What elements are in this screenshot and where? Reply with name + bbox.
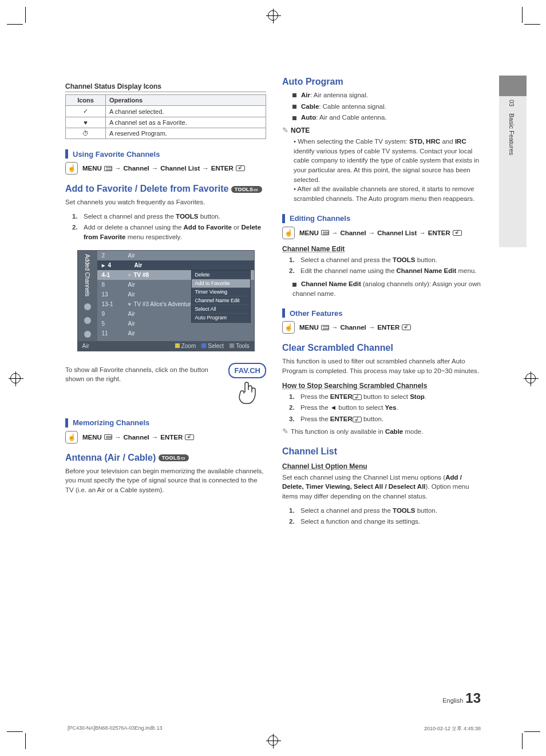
hand-icon: ☝ xyxy=(65,431,78,444)
channel-list-title: Channel List xyxy=(282,446,483,457)
osd-side-label: Added Channels xyxy=(83,251,92,300)
clear-scrambled-title: Clear Scrambled Channel xyxy=(282,343,483,353)
hand-icon: ☝ xyxy=(282,321,295,334)
body-text: This function is used to filter out scra… xyxy=(282,357,483,375)
body-text: Before your television can begin memoriz… xyxy=(65,466,266,495)
right-column: Auto Program Air: Air antenna signal. Ca… xyxy=(282,77,483,529)
pointing-hand-icon xyxy=(235,381,260,408)
menu-icon xyxy=(321,230,329,235)
note-list: When selecting the Cable TV system: STD,… xyxy=(282,137,483,204)
icons-table-header: Icons xyxy=(66,95,106,106)
osd-side-icon xyxy=(84,317,91,324)
cable-note: ✎This function is only available in Cabl… xyxy=(282,426,483,437)
menu-icon xyxy=(104,166,112,171)
hand-icon: ☝ xyxy=(65,162,78,175)
enter-icon xyxy=(185,434,194,440)
clock-icon: ⏱ xyxy=(66,128,106,139)
osd-channel-list: Added Channels 2Air ▸4Air 4-1♥TV #8 8Air… xyxy=(77,250,255,351)
enter-icon xyxy=(453,230,462,236)
channel-name-edit-heading: Channel Name Edit xyxy=(282,245,483,253)
channel-list-option-heading: Channel List Option Menu xyxy=(282,462,483,470)
heart-icon: ♥ xyxy=(128,272,132,278)
enter-icon xyxy=(402,324,411,330)
auto-program-title: Auto Program xyxy=(282,77,483,87)
osd-side-icon xyxy=(84,303,91,310)
favch-text: To show all Favorite channels, click on … xyxy=(65,365,218,384)
icons-table-cell: A channel selected. xyxy=(106,106,266,117)
editing-channels-title: Editing Channels xyxy=(282,214,483,223)
menu-icon xyxy=(321,325,329,330)
osd-submenu: Delete Add to Favorite Timer Viewing Cha… xyxy=(191,270,251,323)
icons-table: Icons Operations ✓ A channel selected. ♥… xyxy=(65,94,266,139)
heart-icon: ♥ xyxy=(66,117,106,128)
menu-path: ☝ MENU →Channel →ENTER xyxy=(65,431,266,444)
hand-icon: ☝ xyxy=(282,227,295,239)
menu-path: ☝ MENU →Channel →Channel List →ENTER xyxy=(282,227,483,239)
print-footer: [PC430-NA]BN68-02576A-03Eng.indb 13 2010… xyxy=(68,725,481,733)
icons-heading: Channel Status Display Icons xyxy=(65,82,266,90)
menu-path: ☝ MENU →Channel →Channel List →ENTER xyxy=(65,162,266,175)
left-column: Channel Status Display Icons Icons Opera… xyxy=(65,77,266,529)
icons-table-cell: A channel set as a Favorite. xyxy=(106,117,266,128)
heart-icon: ♥ xyxy=(128,301,132,307)
osd-footer: Air Zoom Select Tools xyxy=(78,341,254,351)
favch-button[interactable]: FAV.CH xyxy=(228,363,266,378)
enter-icon xyxy=(236,165,245,171)
chlist-steps: 1.Select a channel and press the TOOLS b… xyxy=(282,506,483,527)
add-to-favorite-title: Add to Favorite / Delete from Favorite T… xyxy=(65,184,266,194)
enter-icon xyxy=(353,394,362,400)
note-icon: ✎ xyxy=(282,126,288,134)
icons-table-cell: A reserved Program. xyxy=(106,128,266,139)
osd-side-icon xyxy=(84,331,91,338)
stop-steps: 1.Press the ENTER button to select Stop.… xyxy=(282,392,483,424)
note-heading: ✎NOTE xyxy=(282,126,483,134)
icons-table-header: Operations xyxy=(106,95,266,106)
memorizing-channels-title: Memorizing Channels xyxy=(65,418,266,428)
add-favorite-steps: 1. Select a channel and press the TOOLS … xyxy=(65,212,266,242)
other-features-title: Other Features xyxy=(282,308,483,318)
body-text: Set each channel using the Channel List … xyxy=(282,473,483,501)
body-text: Set channels you watch frequently as Fav… xyxy=(65,197,266,207)
auto-program-list: Air: Air antenna signal. Cable: Cable an… xyxy=(282,90,483,122)
antenna-title: Antenna (Air / Cable) TOOLS▭ xyxy=(65,453,266,463)
tools-badge: TOOLS▭ xyxy=(159,454,189,461)
stop-search-heading: How to Stop Searching Scrambled Channels xyxy=(282,382,483,390)
enter-icon xyxy=(353,417,362,422)
cne-steps: 1.Select a channel and press the TOOLS b… xyxy=(282,255,483,276)
tools-badge: TOOLS▭ xyxy=(231,186,262,193)
registration-mark-icon xyxy=(10,373,21,383)
check-icon: ✓ xyxy=(66,106,106,117)
menu-icon xyxy=(104,434,112,440)
registration-mark-icon xyxy=(525,373,536,383)
page-number: English13 xyxy=(442,690,481,706)
cne-bullet: Channel Name Edit (analog channels only)… xyxy=(282,279,483,298)
note-icon: ✎ xyxy=(282,427,288,436)
menu-path: ☝ MENU →Channel →ENTER xyxy=(282,321,483,334)
using-favorite-channels-title: Using Favorite Channels xyxy=(65,149,266,159)
